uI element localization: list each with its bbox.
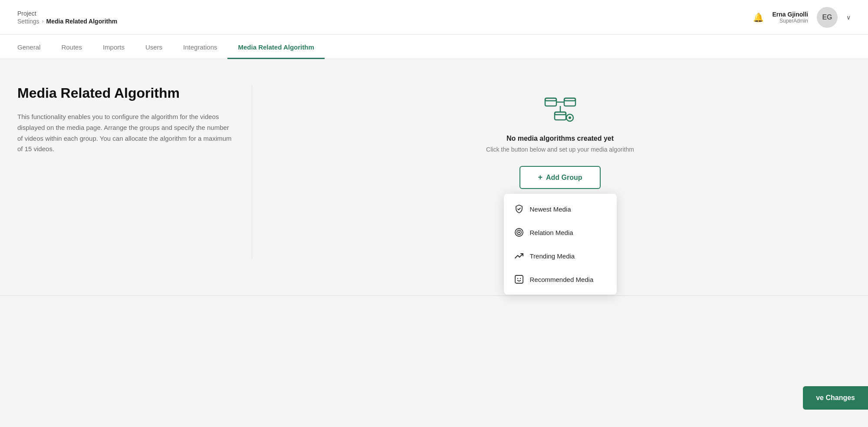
add-group-button[interactable]: + Add Group (519, 166, 600, 189)
breadcrumb-separator: › (42, 18, 44, 24)
section-divider (0, 295, 868, 296)
vertical-divider (252, 85, 252, 259)
left-section: Media Related Algorithm This functionali… (17, 85, 234, 259)
page-description: This functionality enables you to config… (17, 112, 234, 155)
tab-general[interactable]: General (17, 35, 51, 59)
dropdown-menu: Newest Media Relation Media (504, 194, 617, 295)
newest-media-label: Newest Media (530, 205, 571, 213)
dropdown-item-relation-media[interactable]: Relation Media (504, 221, 617, 244)
empty-state-title: No media algorithms created yet (506, 135, 614, 142)
algorithm-icon-area (543, 94, 578, 126)
tabs-nav: General Routes Imports Users Integration… (0, 35, 868, 59)
svg-rect-6 (555, 112, 566, 120)
recommended-media-label: Recommended Media (530, 276, 594, 283)
svg-rect-3 (564, 98, 575, 101)
settings-link[interactable]: Settings (17, 18, 39, 25)
user-info: Erna Gjinolli SuperAdmin (773, 11, 808, 24)
page-title: Media Related Algorithm (17, 85, 234, 101)
svg-rect-0 (545, 98, 556, 106)
svg-point-14 (517, 278, 518, 279)
tab-users[interactable]: Users (135, 35, 173, 59)
svg-rect-13 (515, 275, 523, 283)
chevron-down-icon[interactable]: ∨ (846, 14, 851, 21)
tab-routes[interactable]: Routes (51, 35, 92, 59)
svg-rect-7 (555, 112, 566, 115)
svg-rect-2 (564, 98, 575, 106)
shield-check-icon (514, 204, 524, 214)
trending-media-label: Trending Media (530, 252, 575, 260)
save-changes-button[interactable]: ve Changes (803, 386, 868, 410)
project-label: Project (17, 10, 117, 17)
trending-up-icon (514, 251, 524, 261)
header-right: 🔔 Erna Gjinolli SuperAdmin EG ∨ (753, 7, 851, 28)
empty-state-subtitle: Click the button below and set up your m… (486, 146, 634, 153)
save-changes-label: ve Changes (816, 394, 855, 401)
bell-icon[interactable]: 🔔 (753, 12, 764, 23)
header: Project Settings › Media Related Algorit… (0, 0, 868, 35)
main-content: Media Related Algorithm This functionali… (0, 59, 868, 276)
svg-rect-1 (545, 98, 556, 101)
tab-integrations[interactable]: Integrations (173, 35, 227, 59)
breadcrumb-current-page: Media Related Algorithm (46, 18, 118, 25)
plus-icon: + (538, 173, 542, 182)
relation-media-label: Relation Media (530, 229, 573, 236)
dropdown-item-trending-media[interactable]: Trending Media (504, 244, 617, 268)
add-group-label: Add Group (546, 174, 582, 182)
user-name: Erna Gjinolli (773, 11, 808, 18)
algorithm-icon (543, 94, 578, 124)
tab-imports[interactable]: Imports (92, 35, 135, 59)
svg-point-9 (569, 116, 571, 119)
right-section: No media algorithms created yet Click th… (270, 85, 851, 259)
breadcrumb: Project Settings › Media Related Algorit… (17, 10, 117, 25)
dropdown-item-recommended-media[interactable]: Recommended Media (504, 268, 617, 291)
target-icon (514, 228, 524, 237)
user-role: SuperAdmin (779, 18, 808, 24)
svg-point-12 (518, 232, 520, 233)
face-smile-icon (514, 275, 524, 284)
dropdown-item-newest-media[interactable]: Newest Media (504, 197, 617, 221)
avatar[interactable]: EG (817, 7, 838, 28)
tab-media-related-algorithm[interactable]: Media Related Algorithm (227, 35, 324, 59)
svg-point-15 (519, 278, 520, 279)
